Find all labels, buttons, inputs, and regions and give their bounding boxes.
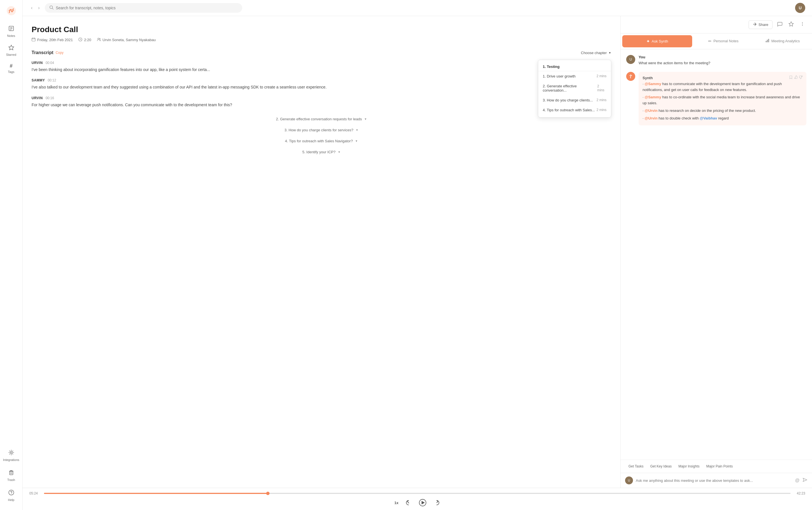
- dropdown-item-4[interactable]: 4. Tips for outreach with Sales... 2 min…: [538, 105, 611, 115]
- major-pain-points-button[interactable]: Major Pain Points: [704, 463, 735, 470]
- analytics-label: Meeting Analytics: [772, 39, 800, 43]
- clock-icon: [78, 37, 82, 42]
- copy-button[interactable]: Copy: [56, 51, 63, 55]
- app-logo[interactable]: [5, 4, 18, 17]
- help-icon: [8, 489, 14, 497]
- synth-bubble: Synth · @Sammy has to communicate with t…: [639, 72, 806, 125]
- major-insights-button[interactable]: Major Insights: [676, 463, 702, 470]
- sidebar-item-tags[interactable]: # Tags: [2, 60, 21, 77]
- meeting-meta: Friday, 20th Feb 2021 2:20 Urvin Soneta,…: [32, 37, 611, 42]
- mention-urvin-2: @Urvin: [644, 116, 658, 120]
- right-tabs: ✦ Ask Synth ✏ Personal Notes Meeting Ana…: [620, 33, 812, 49]
- meeting-date-text: Friday, 20th Feb 2021: [37, 38, 73, 42]
- sidebar-item-starred[interactable]: Starred: [2, 41, 21, 59]
- transcript-segment-3: URVIN 00:16 For higher usage we can leve…: [32, 96, 611, 108]
- sidebar-item-trash-label: Trash: [7, 478, 15, 482]
- get-key-ideas-button[interactable]: Get Key Ideas: [648, 463, 674, 470]
- play-button[interactable]: [419, 499, 427, 507]
- star-button[interactable]: [787, 20, 795, 29]
- synth-item-2: · @Sammy has to co-ordinate with the soc…: [642, 94, 803, 106]
- svg-line-13: [52, 8, 53, 9]
- chapter-select[interactable]: Choose chapter ▼ 1. Testing 1. Drive use…: [581, 51, 611, 55]
- search-input[interactable]: [56, 6, 238, 10]
- progress-thumb: [266, 492, 269, 495]
- svg-rect-29: [802, 76, 803, 77]
- mention-vaibhav: @Vaibhav: [700, 116, 717, 120]
- progress-area: 05:24 42:23 1x 15: [23, 488, 812, 510]
- chapter-3-chevron: ▼: [355, 128, 358, 131]
- synth-actions: [789, 75, 803, 80]
- share-button[interactable]: Share: [749, 20, 773, 29]
- thumbs-up-button[interactable]: [794, 75, 798, 80]
- svg-point-11: [11, 494, 12, 494]
- bookmark-button[interactable]: [789, 75, 793, 80]
- rewind-button[interactable]: 15: [405, 499, 412, 506]
- nav-arrows: ‹ ›: [29, 4, 41, 11]
- dropdown-item-1[interactable]: 1. Drive user growth 2 mins: [538, 71, 611, 81]
- mention-button[interactable]: @: [795, 478, 800, 483]
- chapter-4-chevron: ▼: [355, 140, 358, 143]
- send-button[interactable]: [803, 477, 808, 483]
- chapter-dropdown: 1. Testing 1. Drive user growth 2 mins 2…: [538, 60, 611, 118]
- sidebar-item-notes[interactable]: Notes: [2, 23, 21, 40]
- share-icon: [753, 22, 757, 27]
- svg-rect-25: [766, 41, 766, 42]
- chapter-2-chevron: ▼: [364, 118, 367, 121]
- chapter-marker-3[interactable]: 3. How do you charge clients for service…: [32, 124, 611, 136]
- progress-bar-container: 05:24 42:23: [29, 491, 805, 496]
- chat-input[interactable]: [636, 478, 792, 483]
- comment-button[interactable]: [776, 20, 784, 29]
- meeting-duration-text: 2:20: [84, 38, 91, 42]
- choose-chapter-label: Choose chapter: [581, 51, 607, 55]
- thumbs-down-button[interactable]: [799, 75, 803, 80]
- chapter-marker-2[interactable]: 2. Generate effective conversation reque…: [32, 114, 611, 124]
- sidebar-item-integrations[interactable]: Integrations: [2, 447, 21, 464]
- more-options-button[interactable]: [799, 20, 806, 29]
- main-area: ‹ › U Product Call Friday, 20th Feb 2021: [23, 0, 812, 510]
- tab-meeting-analytics[interactable]: Meeting Analytics: [753, 33, 812, 49]
- user-avatar[interactable]: U: [795, 3, 805, 13]
- sidebar-item-tags-label: Tags: [8, 70, 14, 73]
- chevron-down-icon: ▼: [608, 51, 611, 54]
- svg-point-22: [802, 22, 803, 23]
- content-area: Product Call Friday, 20th Feb 2021 2:20: [23, 16, 812, 488]
- progress-track[interactable]: [44, 493, 790, 494]
- notes-icon: [8, 25, 14, 33]
- forward-button[interactable]: [433, 499, 440, 506]
- dropdown-item-3[interactable]: 3. How do you charge clients... 2 mins: [538, 95, 611, 105]
- input-user-avatar: U: [625, 477, 633, 484]
- sidebar-item-starred-label: Starred: [6, 53, 16, 56]
- svg-rect-28: [794, 78, 795, 79]
- meeting-date: Friday, 20th Feb 2021: [32, 37, 73, 42]
- synth-sender: Synth: [642, 76, 803, 80]
- tab-ask-synth[interactable]: ✦ Ask Synth: [622, 35, 692, 47]
- player-controls: 1x 15: [29, 499, 805, 507]
- user-chat-avatar: U: [626, 55, 635, 64]
- left-panel: Product Call Friday, 20th Feb 2021 2:20: [23, 16, 620, 488]
- forward-button[interactable]: ›: [36, 4, 41, 11]
- chapter-4-label: 4. Tips for outreach with Sales Navigato…: [285, 139, 353, 143]
- chat-input-area: U @: [620, 473, 812, 488]
- calendar-icon: [32, 37, 35, 42]
- meeting-participants: Urvin Soneta, Sammy Nyakabau: [97, 37, 156, 42]
- svg-rect-26: [767, 40, 768, 42]
- dropdown-item-2[interactable]: 2. Generate effective conversation... 2 …: [538, 81, 611, 95]
- sidebar-item-help[interactable]: Help: [2, 487, 21, 504]
- back-button[interactable]: ‹: [29, 4, 34, 11]
- top-navigation: ‹ › U: [23, 0, 812, 16]
- user-bubble: You What were the action items for the m…: [639, 55, 806, 66]
- tab-personal-notes[interactable]: ✏ Personal Notes: [694, 33, 753, 49]
- sidebar-item-trash[interactable]: Trash: [2, 467, 21, 484]
- chapter-3-label: 3. How do you charge clients for service…: [285, 128, 353, 132]
- speed-button[interactable]: 1x: [395, 501, 398, 505]
- get-tasks-button[interactable]: Get Tasks: [626, 463, 646, 470]
- svg-rect-27: [768, 39, 769, 42]
- chapter-marker-4[interactable]: 4. Tips for outreach with Sales Navigato…: [32, 136, 611, 147]
- sidebar-item-notes-label: Notes: [7, 34, 15, 37]
- chapter-marker-5[interactable]: 5. Identify your ICP? ▼: [32, 147, 611, 157]
- svg-point-19: [97, 38, 99, 39]
- svg-point-24: [802, 25, 803, 26]
- people-icon: [97, 37, 101, 42]
- chat-area: U You What were the action items for the…: [620, 49, 812, 459]
- dropdown-header: 1. Testing: [538, 62, 611, 71]
